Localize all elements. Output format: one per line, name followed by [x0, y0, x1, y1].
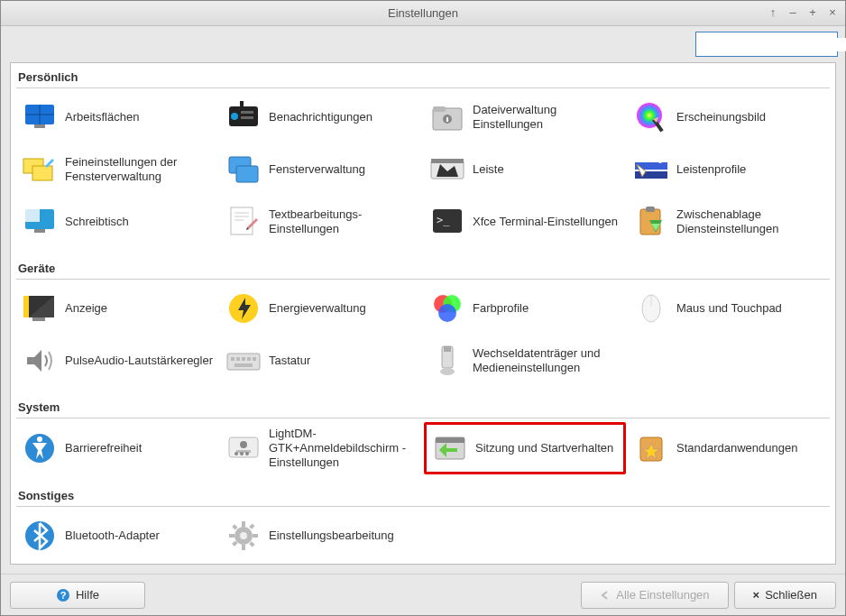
- item-label: Fensterverwaltung: [269, 162, 365, 177]
- settings-item-wm[interactable]: Fensterverwaltung: [220, 144, 422, 195]
- window-minimize-icon[interactable]: –: [786, 5, 800, 19]
- close-button[interactable]: × Schließen: [734, 582, 836, 609]
- svg-point-77: [245, 452, 249, 455]
- settings-item-settings-editor[interactable]: Einstellungsbearbeitung: [220, 510, 422, 561]
- item-label: Farbprofile: [473, 301, 529, 316]
- svg-rect-61: [236, 357, 240, 361]
- svg-rect-64: [253, 357, 256, 361]
- back-icon: [600, 590, 611, 601]
- svg-rect-74: [236, 450, 251, 453]
- clipboard-icon: [631, 202, 671, 242]
- svg-rect-79: [436, 437, 464, 443]
- item-label: Sitzung und Startverhalten: [475, 441, 613, 455]
- settings-item-file-manager[interactable]: Dateiverwaltung Einstellungen: [424, 92, 626, 143]
- svg-rect-8: [241, 111, 253, 114]
- svg-rect-5: [34, 124, 45, 128]
- svg-point-76: [240, 452, 244, 455]
- settings-item-desktop[interactable]: Schreibtisch: [16, 197, 218, 247]
- category-grid: BarrierefreiheitLightDM-GTK+Anmeldebilds…: [16, 418, 830, 482]
- settings-item-power[interactable]: Energieverwaltung: [220, 283, 422, 334]
- settings-item-text-editor[interactable]: Textbearbeitungs-Einstellungen: [220, 197, 422, 247]
- svg-rect-33: [34, 229, 45, 233]
- search-input[interactable]: [705, 38, 846, 51]
- removable-icon: [428, 341, 467, 381]
- svg-rect-89: [253, 534, 258, 538]
- settings-item-removable[interactable]: Wechseldatenträger und Medieneinstellung…: [424, 336, 626, 386]
- svg-rect-9: [241, 116, 253, 119]
- svg-point-75: [234, 452, 238, 455]
- audio-icon: [20, 341, 60, 381]
- item-label: Leistenprofile: [676, 162, 746, 177]
- settings-item-keyboard[interactable]: Tastatur: [220, 336, 422, 386]
- item-label: Maus und Touchpad: [676, 301, 782, 316]
- svg-rect-63: [247, 357, 251, 361]
- window-close-icon[interactable]: ×: [825, 5, 840, 19]
- settings-item-appearance[interactable]: Erscheinungsbild: [628, 92, 830, 143]
- item-label: Wechseldatenträger und Medieneinstellung…: [473, 346, 622, 376]
- settings-item-terminal[interactable]: >_Xfce Terminal-Einstellungen: [424, 197, 626, 247]
- item-label: Standardanwendungen: [676, 441, 797, 455]
- file-manager-icon: [428, 97, 467, 137]
- svg-rect-88: [229, 534, 234, 538]
- titlebar: Einstellungen ↑ – + ×: [1, 1, 845, 26]
- power-icon: [224, 289, 263, 328]
- item-label: Schreibtisch: [65, 215, 129, 229]
- toolbar: [1, 26, 845, 62]
- close-x-icon: ×: [753, 588, 760, 602]
- svg-rect-34: [231, 207, 253, 234]
- settings-item-color[interactable]: Farbprofile: [424, 283, 626, 334]
- all-settings-button: Alle Einstellungen: [581, 582, 728, 609]
- settings-item-audio[interactable]: PulseAudio-Lautstärkeregler: [16, 336, 218, 386]
- settings-item-mouse[interactable]: Maus und Touchpad: [628, 283, 830, 334]
- settings-item-display[interactable]: Anzeige: [16, 283, 218, 334]
- accessibility-icon: [20, 428, 60, 468]
- wm-icon: [224, 150, 263, 189]
- window-keep-above-icon[interactable]: ↑: [766, 5, 780, 19]
- settings-item-clipboard[interactable]: Zwischenablage Diensteinstellungen: [628, 197, 830, 247]
- help-label: Hilfe: [76, 588, 99, 602]
- footer: ? Hilfe Alle Einstellungen × Schließen: [1, 574, 845, 615]
- category-header: Sonstiges: [16, 485, 830, 507]
- settings-item-bluetooth[interactable]: Bluetooth-Adapter: [16, 510, 218, 561]
- svg-point-68: [440, 368, 455, 375]
- svg-point-55: [438, 304, 456, 322]
- search-box[interactable]: [695, 32, 838, 57]
- settings-item-lightdm[interactable]: LightDM-GTK+Anmeldebildschirm - Einstell…: [220, 422, 422, 474]
- mouse-icon: [631, 289, 671, 328]
- svg-rect-91: [249, 541, 254, 547]
- session-icon: [430, 428, 470, 468]
- svg-rect-32: [25, 209, 40, 222]
- settings-item-accessibility[interactable]: Barrierefreiheit: [16, 422, 218, 474]
- wm-tweaks-icon: [20, 150, 60, 189]
- item-label: Erscheinungsbild: [676, 110, 766, 124]
- category-grid: Bluetooth-AdapterEinstellungsbearbeitung: [16, 507, 830, 565]
- window-maximize-icon[interactable]: +: [805, 5, 820, 19]
- settings-item-panel-profiles[interactable]: Leistenprofile: [628, 144, 830, 195]
- all-settings-label: Alle Einstellungen: [616, 588, 709, 602]
- workspaces-icon: [20, 97, 60, 137]
- svg-point-29: [658, 160, 662, 163]
- settings-item-notifications[interactable]: Benachrichtigungen: [220, 92, 422, 143]
- settings-item-default-apps[interactable]: Standardanwendungen: [628, 422, 830, 474]
- item-label: Anzeige: [65, 301, 107, 316]
- help-button[interactable]: ? Hilfe: [10, 582, 145, 609]
- svg-text:?: ?: [60, 590, 67, 601]
- settings-item-panel[interactable]: Leiste: [424, 144, 626, 195]
- category-header: Geräte: [16, 258, 830, 280]
- settings-item-workspaces[interactable]: Arbeitsflächen: [16, 92, 218, 143]
- item-label: Dateiverwaltung Einstellungen: [473, 103, 622, 133]
- svg-rect-14: [446, 117, 448, 122]
- svg-point-30: [662, 157, 666, 161]
- settings-item-session[interactable]: Sitzung und Startverhalten: [424, 422, 626, 474]
- panel-profiles-icon: [631, 150, 671, 189]
- svg-point-70: [37, 437, 42, 442]
- svg-rect-86: [242, 521, 245, 527]
- settings-item-wm-tweaks[interactable]: Feineinstellungen der Fensterverwaltung: [16, 144, 218, 195]
- category-header: Persönlich: [16, 67, 830, 88]
- svg-rect-87: [242, 545, 245, 550]
- item-label: PulseAudio-Lautstärkeregler: [65, 354, 213, 368]
- item-label: Barrierefreiheit: [65, 441, 142, 455]
- svg-marker-58: [27, 350, 41, 372]
- svg-point-85: [240, 532, 247, 539]
- svg-rect-60: [231, 357, 234, 361]
